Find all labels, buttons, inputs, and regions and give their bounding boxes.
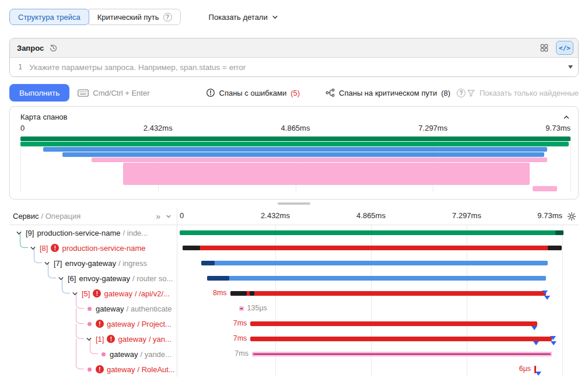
duration-label: 6µs: [519, 365, 531, 373]
service-name: production-service-name: [62, 244, 145, 253]
tree-header-icons: »: [156, 212, 172, 221]
expander-chevron-icon[interactable]: [71, 290, 80, 298]
span-tree-row[interactable]: !gateway/ Project...: [9, 316, 177, 331]
critical-path-spans-stat[interactable]: Спаны на критическом пути (8) ?: [326, 88, 466, 97]
gridline: [570, 136, 571, 192]
minimap-bar: [533, 186, 557, 191]
span-tree-row[interactable]: [1]!gateway/ yan...: [9, 331, 177, 346]
duration-label: 7ms: [233, 334, 247, 342]
service-name: production-service-name: [37, 229, 120, 237]
expand-pane-icon[interactable]: »: [156, 212, 160, 221]
axis-tick: 2.432ms: [261, 211, 290, 220]
service-name: gateway: [107, 320, 135, 328]
expander-chevron-icon[interactable]: [85, 335, 94, 343]
span-bar[interactable]: [250, 321, 537, 326]
timeline-axis: 0 2.432ms 4.865ms 7.297ms 9.73ms: [180, 211, 562, 222]
query-code-mode-button[interactable]: </>: [556, 41, 573, 55]
error-icon: !: [96, 365, 104, 373]
help-icon[interactable]: ?: [163, 13, 172, 22]
expander-chevron-icon[interactable]: [57, 275, 66, 282]
show-only-found-toggle[interactable]: Показать только найденные: [467, 89, 579, 97]
axis-tick: 4.865ms: [281, 124, 310, 132]
span-bar[interactable]: [239, 306, 244, 311]
error-spans-label: Спаны с ошибками: [219, 89, 287, 97]
tab-critical-path[interactable]: Критический путь ?: [89, 9, 181, 25]
query-input[interactable]: [29, 63, 563, 72]
span-tree-row[interactable]: [8]!production-service-name: [9, 240, 177, 256]
span-map-card: Карта спанов 0 2.432ms 4.865ms 7.297ms 9…: [9, 106, 579, 200]
service-name: gateway: [110, 350, 138, 359]
event-marker-icon[interactable]: [531, 326, 537, 330]
editor-line-number: 1: [18, 63, 22, 71]
service-name: gateway: [96, 304, 124, 313]
event-marker-icon[interactable]: [551, 341, 556, 345]
service-name: gateway: [107, 365, 135, 374]
axis-tick: 7.297ms: [418, 124, 447, 132]
span-bar[interactable]: [201, 261, 548, 265]
span-bar[interactable]: [183, 246, 562, 250]
event-marker-icon[interactable]: [542, 290, 548, 295]
event-marker-icon[interactable]: [536, 372, 541, 376]
span-table-body: [9]production-service-name/ inde...[8]!p…: [9, 225, 579, 377]
operation-name: / yan...: [149, 335, 172, 344]
duration-label: 8ms: [213, 289, 227, 297]
tree-header: Сервис / Операция »: [9, 208, 177, 225]
query-history-icon[interactable]: [49, 44, 58, 52]
keyboard-icon: [78, 89, 89, 97]
span-table-header: Сервис / Операция » 0 2.432ms 4.865ms 7.…: [9, 208, 579, 225]
tab-critical-path-label: Критический путь: [97, 13, 159, 22]
event-marker-icon[interactable]: [533, 341, 539, 345]
span-bar-core: [253, 354, 551, 355]
collapse-all-icon[interactable]: [165, 213, 172, 220]
show-details-label: Показать детали: [209, 13, 268, 22]
gear-icon[interactable]: [567, 212, 576, 221]
shortcut-label: Cmd/Ctrl + Enter: [93, 89, 149, 97]
span-bar[interactable]: [252, 352, 552, 356]
error-spans-stat[interactable]: Спаны с ошибками (5): [206, 88, 300, 97]
span-tree-row[interactable]: !gateway/ RoleAut...: [9, 362, 177, 377]
minimap-body[interactable]: [20, 136, 570, 192]
help-icon[interactable]: ?: [457, 89, 466, 97]
warning-circle-icon: [206, 88, 215, 97]
child-count-badge: [6]: [68, 274, 76, 283]
event-marker-icon[interactable]: [550, 336, 556, 340]
span-tree-row[interactable]: gateway/ authenticate: [9, 301, 177, 316]
span-tree-row[interactable]: [5]!gateway/ /api/v2/...: [9, 286, 177, 301]
query-title: Запрос: [17, 44, 44, 52]
view-mode-tabs: Структура трейса Критический путь ?: [9, 9, 181, 25]
span-bar[interactable]: [250, 337, 552, 341]
editor-scroll-down-icon[interactable]: [568, 65, 573, 69]
span-table: Сервис / Операция » 0 2.432ms 4.865ms 7.…: [9, 208, 579, 377]
span-self-time-segment: [230, 291, 247, 296]
axis-tick: 0: [180, 211, 184, 220]
expander-chevron-icon[interactable]: [43, 260, 52, 267]
event-marker-icon[interactable]: [544, 296, 550, 300]
service-name: gateway: [104, 289, 132, 298]
minimap-bar: [92, 158, 548, 162]
query-builder-mode-button[interactable]: [536, 41, 553, 55]
tree-pane: [9]production-service-name/ inde...[8]!p…: [9, 225, 177, 377]
minimap-bar: [20, 136, 570, 141]
span-tree-row[interactable]: [7]envoy-gateway/ ingress: [9, 256, 177, 271]
axis-tick: 0: [20, 124, 24, 132]
span-bar[interactable]: [207, 276, 546, 281]
span-tree-row[interactable]: gateway/ yande...: [9, 346, 177, 362]
child-count-badge: [5]: [82, 289, 90, 298]
service-column-label: Сервис: [13, 212, 39, 220]
expander-chevron-icon[interactable]: [29, 244, 38, 252]
axis-tick: 4.865ms: [356, 211, 386, 220]
span-bar[interactable]: [230, 291, 547, 296]
span-tree-row[interactable]: [6]envoy-gateway/ router so...: [9, 271, 177, 286]
duration-label: 7ms: [233, 319, 247, 327]
error-icon: !: [51, 244, 59, 252]
expander-chevron-icon[interactable]: [15, 229, 24, 237]
span-bar[interactable]: [180, 230, 564, 235]
run-query-button[interactable]: Выполнить: [9, 84, 69, 102]
span-tree-row[interactable]: [9]production-service-name/ inde...: [9, 225, 177, 240]
splitter-drag-handle[interactable]: [278, 202, 310, 205]
chevron-up-icon[interactable]: [562, 113, 570, 121]
span-self-time-segment: [183, 246, 200, 250]
minimap-axis: 0 2.432ms 4.865ms 7.297ms 9.73ms: [20, 124, 570, 135]
show-details-toggle[interactable]: Показать детали: [209, 13, 279, 22]
tab-trace-structure[interactable]: Структура трейса: [9, 9, 89, 25]
